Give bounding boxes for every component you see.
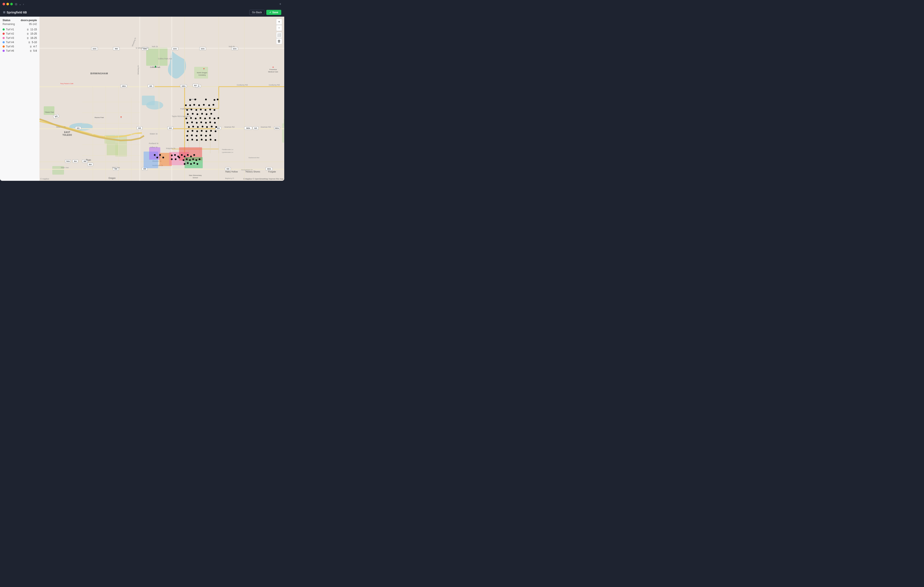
svg-point-240 — [196, 163, 198, 165]
svg-text:North Oregon: North Oregon — [197, 72, 207, 74]
turf-trash-icon-5[interactable]: 🗑 — [30, 45, 32, 48]
svg-rect-14 — [282, 123, 284, 142]
turf-range-3: 16-25 — [30, 36, 37, 40]
turf-dot-5 — [3, 45, 5, 48]
main-content: Status doors-people Remaining 95-142 Tur… — [0, 17, 284, 181]
svg-point-223 — [175, 159, 177, 160]
svg-text:Corduroy Rd: Corduroy Rd — [269, 84, 280, 86]
svg-point-181 — [186, 122, 188, 124]
svg-point-155 — [193, 104, 195, 106]
turf-left-2: Turf #2 — [3, 32, 14, 35]
svg-text:Starr Ave: Starr Ave — [112, 167, 120, 169]
svg-point-154 — [189, 104, 191, 106]
turf-dot-3 — [3, 37, 5, 39]
svg-point-185 — [205, 122, 207, 124]
svg-text:Edwin St: Edwin St — [150, 133, 157, 135]
turf-trash-icon-6[interactable]: 🗑 — [30, 50, 32, 52]
turf-row-6[interactable]: Turf #6 🗑 5-8 — [3, 49, 37, 53]
svg-point-217 — [159, 154, 161, 156]
turf-left-1: Turf #1 — [3, 28, 14, 31]
svg-text:525: 525 — [77, 127, 79, 129]
svg-text:525: 525 — [217, 127, 220, 129]
svg-text:Georgetown Dr: Georgetown Dr — [241, 169, 253, 171]
svg-text:Medical Care: Medical Care — [268, 71, 278, 73]
map-delete-button[interactable]: 🗑 — [276, 38, 282, 44]
save-button[interactable]: ✓ Save — [266, 10, 281, 15]
go-back-button[interactable]: Go Back — [249, 10, 265, 15]
svg-text:555: 555 — [226, 168, 229, 170]
turf-row-1[interactable]: Turf #1 🗑 11-15 — [3, 27, 37, 31]
svg-text:Haley Hollow: Haley Hollow — [225, 170, 238, 173]
svg-point-237 — [187, 162, 189, 164]
turf-trash-icon-3[interactable]: 🗑 — [27, 37, 29, 39]
mapbox-logo: © mapbox — [40, 178, 49, 180]
remaining-value: 95-142 — [29, 23, 37, 26]
svg-point-167 — [187, 113, 189, 115]
svg-point-177 — [204, 117, 206, 119]
svg-text:Fresenius: Fresenius — [269, 68, 277, 70]
sidebar-header: Status doors-people — [3, 19, 37, 22]
svg-point-209 — [191, 139, 193, 141]
svg-point-198 — [201, 130, 203, 132]
turf-row-3[interactable]: Turf #3 🗑 16-25 — [3, 36, 37, 40]
appbar-actions: Go Back ✓ Save — [249, 10, 281, 15]
svg-point-168 — [192, 113, 193, 115]
svg-point-166 — [214, 109, 215, 111]
svg-text:525: 525 — [254, 127, 257, 129]
turf-trash-icon-4[interactable]: 🗑 — [28, 41, 31, 43]
svg-point-150 — [205, 99, 207, 100]
map-square-button[interactable]: ⬜ — [276, 32, 282, 38]
svg-point-148 — [189, 99, 191, 101]
svg-text:Foxgate: Foxgate — [268, 170, 276, 173]
svg-text:Taylor Rd: Taylor Rd — [172, 115, 180, 117]
svg-point-165 — [210, 109, 211, 110]
close-button[interactable] — [3, 3, 5, 5]
svg-text:Pullman Ave: Pullman Ave — [180, 108, 191, 110]
doors-people-label: doors-people — [21, 19, 37, 22]
remaining-label: Remaining — [3, 23, 15, 26]
svg-point-205 — [200, 134, 202, 136]
zoom-in-button[interactable]: + — [276, 19, 282, 25]
svg-point-207 — [210, 134, 211, 136]
svg-point-214 — [214, 139, 216, 141]
svg-text:📍: 📍 — [203, 68, 205, 70]
svg-text:Starr Ave: Starr Ave — [61, 167, 69, 169]
svg-point-200 — [210, 130, 212, 132]
svg-text:Tony Packo's Cafe: Tony Packo's Cafe — [60, 83, 73, 84]
turf-row-4[interactable]: Turf #4 🗑 5-10 — [3, 40, 37, 45]
svg-text:Seaman Rd: Seaman Rd — [224, 126, 234, 128]
svg-text:Fieldbrooke Ln: Fieldbrooke Ln — [222, 149, 233, 150]
turf-label-2: Turf #2 — [6, 32, 14, 35]
svg-point-171 — [206, 113, 208, 115]
svg-point-239 — [193, 162, 195, 164]
turf-dot-1 — [3, 28, 5, 31]
back-nav-icon[interactable]: ‹ — [23, 3, 24, 6]
svg-text:2231: 2231 — [201, 48, 205, 50]
titlebar: ⊟ ⌄ ‹ + — [0, 0, 284, 8]
turf-row-5[interactable]: Turf #5 🗑 4-7 — [3, 45, 37, 49]
turf-range-6: 5-8 — [33, 49, 37, 52]
svg-point-215 — [154, 154, 155, 156]
turf-left-6: Turf #6 — [3, 49, 14, 52]
svg-text:Wheeling St: Wheeling St — [137, 65, 139, 75]
turf-right-1: 🗑 11-15 — [27, 28, 37, 31]
svg-point-211 — [201, 139, 203, 141]
map-container[interactable]: 508 2231 2231 2231 2231 2231 180A 180A 1… — [40, 17, 284, 181]
new-tab-button[interactable]: + — [279, 2, 281, 6]
svg-point-174 — [190, 117, 192, 119]
turf-label-1: Turf #1 — [6, 28, 14, 31]
svg-point-199 — [206, 131, 207, 132]
fullscreen-button[interactable] — [10, 3, 13, 5]
svg-text:180A: 180A — [122, 85, 126, 87]
turf-trash-icon-1[interactable]: 🗑 — [27, 28, 29, 31]
turf-row-2[interactable]: Turf #2 🗑 15-25 — [3, 31, 37, 36]
svg-text:Corduroy Rd: Corduroy Rd — [237, 84, 248, 86]
minimize-button[interactable] — [7, 3, 9, 5]
svg-point-225 — [181, 154, 183, 156]
svg-point-187 — [214, 122, 216, 124]
svg-point-159 — [213, 104, 214, 106]
turf-trash-icon-2[interactable]: 🗑 — [27, 33, 29, 35]
svg-text:Tribute Park: Tribute Park — [45, 111, 54, 113]
svg-point-224 — [178, 157, 180, 159]
zoom-out-button[interactable]: − — [276, 25, 282, 31]
